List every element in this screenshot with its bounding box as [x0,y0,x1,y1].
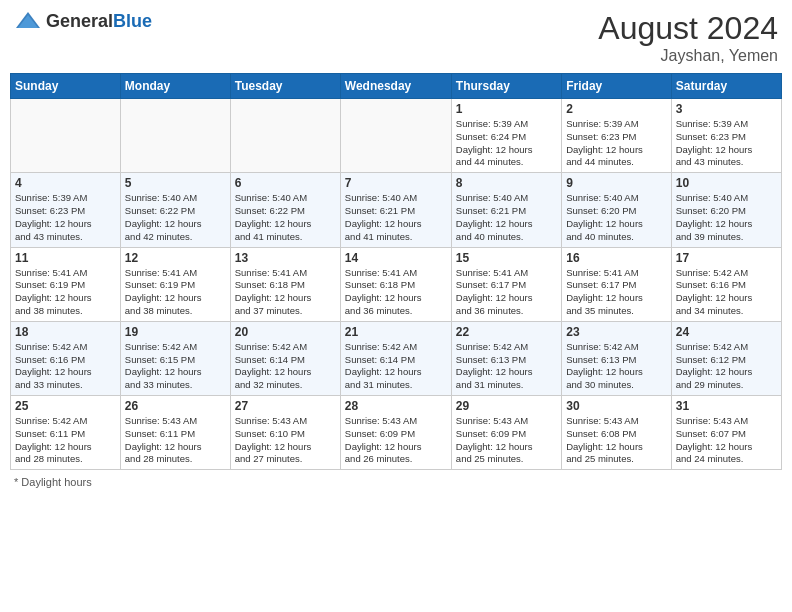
day-number: 13 [235,251,336,265]
day-number: 14 [345,251,447,265]
calendar-cell: 5Sunrise: 5:40 AM Sunset: 6:22 PM Daylig… [120,173,230,247]
calendar-week-4: 18Sunrise: 5:42 AM Sunset: 6:16 PM Dayli… [11,321,782,395]
logo: GeneralBlue [14,10,152,32]
day-info: Sunrise: 5:43 AM Sunset: 6:11 PM Dayligh… [125,415,226,466]
day-info: Sunrise: 5:42 AM Sunset: 6:13 PM Dayligh… [566,341,666,392]
calendar-cell [230,99,340,173]
page-header: GeneralBlue August 2024 Jayshan, Yemen [10,10,782,65]
day-info: Sunrise: 5:39 AM Sunset: 6:24 PM Dayligh… [456,118,557,169]
day-info: Sunrise: 5:42 AM Sunset: 6:13 PM Dayligh… [456,341,557,392]
day-number: 5 [125,176,226,190]
day-info: Sunrise: 5:40 AM Sunset: 6:22 PM Dayligh… [125,192,226,243]
day-number: 26 [125,399,226,413]
day-number: 23 [566,325,666,339]
day-info: Sunrise: 5:41 AM Sunset: 6:17 PM Dayligh… [456,267,557,318]
day-number: 27 [235,399,336,413]
calendar-cell: 3Sunrise: 5:39 AM Sunset: 6:23 PM Daylig… [671,99,781,173]
day-number: 17 [676,251,777,265]
location: Jayshan, Yemen [598,47,778,65]
day-number: 24 [676,325,777,339]
calendar-cell: 14Sunrise: 5:41 AM Sunset: 6:18 PM Dayli… [340,247,451,321]
calendar-cell: 2Sunrise: 5:39 AM Sunset: 6:23 PM Daylig… [562,99,671,173]
calendar-cell: 18Sunrise: 5:42 AM Sunset: 6:16 PM Dayli… [11,321,121,395]
day-number: 20 [235,325,336,339]
day-info: Sunrise: 5:43 AM Sunset: 6:10 PM Dayligh… [235,415,336,466]
day-info: Sunrise: 5:40 AM Sunset: 6:20 PM Dayligh… [566,192,666,243]
day-number: 19 [125,325,226,339]
calendar-cell [11,99,121,173]
month-year: August 2024 [598,10,778,47]
day-info: Sunrise: 5:42 AM Sunset: 6:14 PM Dayligh… [345,341,447,392]
calendar-week-2: 4Sunrise: 5:39 AM Sunset: 6:23 PM Daylig… [11,173,782,247]
calendar-cell: 20Sunrise: 5:42 AM Sunset: 6:14 PM Dayli… [230,321,340,395]
day-info: Sunrise: 5:40 AM Sunset: 6:21 PM Dayligh… [456,192,557,243]
col-header-wednesday: Wednesday [340,74,451,99]
day-number: 15 [456,251,557,265]
calendar-cell: 11Sunrise: 5:41 AM Sunset: 6:19 PM Dayli… [11,247,121,321]
calendar-cell: 28Sunrise: 5:43 AM Sunset: 6:09 PM Dayli… [340,396,451,470]
calendar-week-5: 25Sunrise: 5:42 AM Sunset: 6:11 PM Dayli… [11,396,782,470]
day-number: 10 [676,176,777,190]
day-number: 29 [456,399,557,413]
day-info: Sunrise: 5:42 AM Sunset: 6:16 PM Dayligh… [676,267,777,318]
calendar-cell: 19Sunrise: 5:42 AM Sunset: 6:15 PM Dayli… [120,321,230,395]
title-block: August 2024 Jayshan, Yemen [598,10,778,65]
day-info: Sunrise: 5:41 AM Sunset: 6:19 PM Dayligh… [15,267,116,318]
day-number: 3 [676,102,777,116]
day-number: 18 [15,325,116,339]
day-number: 6 [235,176,336,190]
day-number: 22 [456,325,557,339]
calendar-cell: 26Sunrise: 5:43 AM Sunset: 6:11 PM Dayli… [120,396,230,470]
calendar-cell: 29Sunrise: 5:43 AM Sunset: 6:09 PM Dayli… [451,396,561,470]
col-header-saturday: Saturday [671,74,781,99]
calendar-cell: 24Sunrise: 5:42 AM Sunset: 6:12 PM Dayli… [671,321,781,395]
day-info: Sunrise: 5:41 AM Sunset: 6:17 PM Dayligh… [566,267,666,318]
day-number: 2 [566,102,666,116]
logo-text: GeneralBlue [46,11,152,32]
calendar-cell: 22Sunrise: 5:42 AM Sunset: 6:13 PM Dayli… [451,321,561,395]
calendar-week-3: 11Sunrise: 5:41 AM Sunset: 6:19 PM Dayli… [11,247,782,321]
calendar-cell [340,99,451,173]
day-info: Sunrise: 5:43 AM Sunset: 6:09 PM Dayligh… [345,415,447,466]
calendar-cell: 31Sunrise: 5:43 AM Sunset: 6:07 PM Dayli… [671,396,781,470]
calendar-cell: 6Sunrise: 5:40 AM Sunset: 6:22 PM Daylig… [230,173,340,247]
calendar-header-row: SundayMondayTuesdayWednesdayThursdayFrid… [11,74,782,99]
day-number: 12 [125,251,226,265]
day-number: 4 [15,176,116,190]
day-number: 16 [566,251,666,265]
col-header-thursday: Thursday [451,74,561,99]
calendar-cell: 8Sunrise: 5:40 AM Sunset: 6:21 PM Daylig… [451,173,561,247]
footer-note-text: Daylight hours [21,476,91,488]
day-info: Sunrise: 5:42 AM Sunset: 6:14 PM Dayligh… [235,341,336,392]
calendar-cell: 21Sunrise: 5:42 AM Sunset: 6:14 PM Dayli… [340,321,451,395]
calendar-cell: 17Sunrise: 5:42 AM Sunset: 6:16 PM Dayli… [671,247,781,321]
col-header-tuesday: Tuesday [230,74,340,99]
day-info: Sunrise: 5:39 AM Sunset: 6:23 PM Dayligh… [676,118,777,169]
col-header-sunday: Sunday [11,74,121,99]
calendar-cell: 23Sunrise: 5:42 AM Sunset: 6:13 PM Dayli… [562,321,671,395]
day-info: Sunrise: 5:42 AM Sunset: 6:11 PM Dayligh… [15,415,116,466]
calendar-cell [120,99,230,173]
logo-general: General [46,11,113,31]
day-info: Sunrise: 5:40 AM Sunset: 6:20 PM Dayligh… [676,192,777,243]
calendar-cell: 15Sunrise: 5:41 AM Sunset: 6:17 PM Dayli… [451,247,561,321]
calendar-cell: 25Sunrise: 5:42 AM Sunset: 6:11 PM Dayli… [11,396,121,470]
day-info: Sunrise: 5:39 AM Sunset: 6:23 PM Dayligh… [15,192,116,243]
day-number: 31 [676,399,777,413]
day-info: Sunrise: 5:40 AM Sunset: 6:21 PM Dayligh… [345,192,447,243]
day-info: Sunrise: 5:42 AM Sunset: 6:12 PM Dayligh… [676,341,777,392]
day-info: Sunrise: 5:41 AM Sunset: 6:19 PM Dayligh… [125,267,226,318]
day-number: 28 [345,399,447,413]
day-info: Sunrise: 5:39 AM Sunset: 6:23 PM Dayligh… [566,118,666,169]
calendar-cell: 7Sunrise: 5:40 AM Sunset: 6:21 PM Daylig… [340,173,451,247]
calendar-cell: 30Sunrise: 5:43 AM Sunset: 6:08 PM Dayli… [562,396,671,470]
logo-blue: Blue [113,11,152,31]
logo-icon [14,10,42,32]
col-header-friday: Friday [562,74,671,99]
day-number: 11 [15,251,116,265]
calendar-cell: 13Sunrise: 5:41 AM Sunset: 6:18 PM Dayli… [230,247,340,321]
calendar-week-1: 1Sunrise: 5:39 AM Sunset: 6:24 PM Daylig… [11,99,782,173]
day-number: 8 [456,176,557,190]
day-info: Sunrise: 5:43 AM Sunset: 6:09 PM Dayligh… [456,415,557,466]
calendar-cell: 9Sunrise: 5:40 AM Sunset: 6:20 PM Daylig… [562,173,671,247]
